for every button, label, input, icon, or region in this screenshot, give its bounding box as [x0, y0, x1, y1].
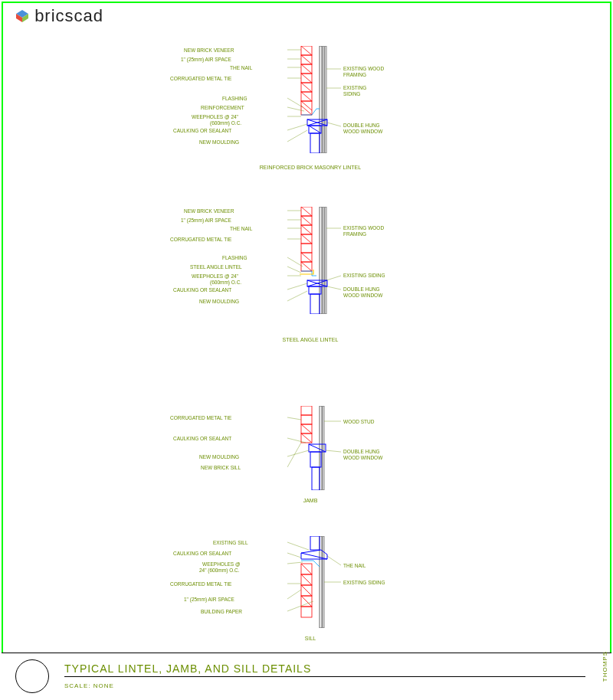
svg-rect-74: [301, 406, 312, 415]
label: NEW BRICK VENEER: [184, 47, 234, 54]
svg-line-14: [301, 55, 312, 64]
subtitle: REINFORCED BRICK MASONRY LINTEL: [253, 165, 368, 170]
svg-line-13: [301, 46, 312, 55]
scale-label: SCALE: NONE: [64, 682, 114, 689]
svg-rect-41: [325, 207, 326, 314]
svg-line-38: [327, 123, 341, 126]
svg-line-83: [309, 444, 326, 452]
svg-line-89: [326, 450, 341, 452]
subtitle: JAMB: [253, 498, 368, 503]
subtitle: STEEL ANGLE LINTEL: [253, 337, 368, 342]
svg-rect-4: [323, 46, 324, 153]
label: SIDING: [343, 91, 360, 97]
svg-line-35: [287, 130, 307, 142]
label: (600mm) O.C.: [210, 120, 241, 126]
label: EXISTING SIDING: [343, 273, 385, 279]
label: EXISTING WOOD: [343, 225, 384, 231]
svg-line-49: [301, 207, 312, 216]
label: 1" (25mm) AIR SPACE: [181, 57, 231, 63]
label: CORRUGATED METAL TIE: [170, 237, 231, 243]
bricscad-logo: bricscad: [15, 6, 103, 26]
svg-line-25: [309, 126, 321, 133]
section-drawing: [287, 536, 341, 628]
label: THE NAIL: [230, 226, 252, 232]
label: EXISTING: [343, 85, 366, 91]
svg-rect-46: [301, 244, 312, 253]
section-drawing: [287, 406, 341, 490]
titleblock: TYPICAL LINTEL, JAMB, AND SILL DETAILS S…: [2, 653, 611, 698]
label: BUILDING PAPER: [201, 609, 242, 615]
svg-line-93: [301, 553, 327, 559]
label: DOUBLE HUNG: [343, 286, 380, 293]
label: NEW MOULDING: [199, 139, 239, 146]
svg-line-87: [287, 443, 301, 467]
section-drawing: [287, 207, 341, 314]
svg-line-68: [287, 291, 307, 301]
label: FRAMING: [343, 231, 366, 237]
label: WOOD WINDOW: [343, 293, 382, 299]
svg-line-105: [287, 562, 303, 564]
svg-line-99: [301, 564, 312, 574]
label: 1" (25mm) AIR SPACE: [184, 597, 234, 603]
label: FRAMING: [343, 72, 366, 78]
bricscad-icon: [15, 8, 29, 21]
svg-line-101: [301, 585, 312, 596]
label: (600mm) O.C.: [210, 280, 241, 286]
drawing-title: TYPICAL LINTEL, JAMB, AND SILL DETAILS: [64, 662, 311, 675]
label: WEEPHOLES @ 24": [192, 273, 238, 280]
svg-rect-56: [309, 286, 321, 294]
drawing-canvas: NEW BRICK VENEER 1" (25mm) AIR SPACE THE…: [0, 31, 613, 636]
svg-rect-82: [312, 467, 320, 490]
svg-line-34: [287, 124, 307, 130]
svg-rect-40: [323, 207, 324, 314]
svg-rect-73: [323, 406, 324, 490]
label: REINFORCEMENT: [201, 105, 244, 111]
section-drawing: [287, 46, 341, 153]
subtitle: SILL: [253, 636, 368, 641]
detail-number-circle: [15, 659, 49, 693]
svg-line-52: [301, 234, 312, 244]
detail-lintel-steel: NEW BRICK VENEER 1" (25mm) AIR SPACE THE…: [138, 207, 521, 337]
label: CORRUGATED METAL TIE: [170, 76, 231, 82]
label: NEW BRICK VENEER: [184, 208, 234, 214]
label: WOOD WINDOW: [343, 129, 382, 135]
svg-line-65: [287, 267, 301, 273]
logo-text: bricscad: [34, 6, 103, 25]
svg-line-79: [301, 433, 312, 443]
svg-line-64: [287, 257, 303, 267]
svg-rect-92: [310, 536, 320, 550]
label: WOOD STUD: [343, 419, 374, 425]
label: CAULKING OR SEALANT: [173, 128, 231, 134]
svg-line-31: [287, 98, 303, 107]
svg-rect-12: [301, 101, 312, 115]
label: 24" (600mm) O.C.: [199, 568, 240, 574]
label: THE NAIL: [230, 65, 252, 71]
label: WOOD WINDOW: [343, 455, 382, 461]
svg-line-50: [301, 216, 312, 225]
svg-rect-75: [301, 415, 312, 424]
svg-line-17: [301, 83, 312, 92]
svg-rect-5: [325, 46, 326, 153]
label: STEEL ANGLE LINTEL: [190, 264, 242, 270]
svg-line-70: [326, 276, 341, 280]
label: CORRUGATED METAL TIE: [170, 581, 231, 587]
svg-line-53: [301, 253, 312, 262]
label: EXISTING WOOD: [343, 66, 384, 72]
label: CAULKING OR SEALANT: [173, 436, 231, 442]
svg-line-102: [301, 596, 312, 607]
label: DOUBLE HUNG: [343, 123, 380, 129]
svg-line-54: [301, 262, 312, 271]
label: EXISTING SIDING: [343, 580, 385, 586]
svg-line-32: [287, 107, 304, 111]
detail-sill: EXISTING SILL CAULKING OR SEALANT WEEPHO…: [138, 536, 521, 643]
svg-line-18: [301, 92, 312, 101]
svg-rect-23: [310, 133, 320, 153]
svg-line-78: [301, 424, 312, 433]
svg-line-71: [327, 286, 341, 289]
label: DOUBLE HUNG: [343, 449, 380, 455]
svg-line-51: [301, 225, 312, 234]
side-label: THOMPS: [602, 651, 608, 682]
label: NEW MOULDING: [199, 454, 239, 460]
svg-rect-91: [323, 536, 324, 628]
label: 1" (25mm) AIR SPACE: [181, 218, 231, 224]
